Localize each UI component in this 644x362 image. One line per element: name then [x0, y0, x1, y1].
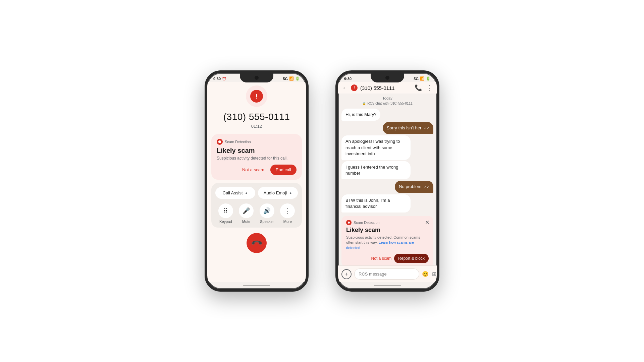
rcs-notice: 🔒 RCS chat with (310) 555-0111: [341, 102, 433, 105]
home-bar-2: [338, 282, 437, 289]
audio-emoji-button[interactable]: Audio Emoji ▲: [258, 187, 298, 199]
phone-hangup-icon: 📞: [250, 237, 263, 249]
network-type: 5G: [283, 77, 288, 81]
emoji-button[interactable]: 😊: [422, 271, 429, 277]
speaker-button[interactable]: 🔊 Speaker: [260, 203, 274, 224]
bubble-incoming-3: I guess I entered the wrong number: [341, 161, 411, 179]
more-dots-icon: ⋮: [280, 203, 295, 218]
overflow-menu-icon[interactable]: ⋮: [427, 84, 433, 92]
end-call-fab[interactable]: 📞: [247, 233, 267, 253]
bubble-incoming-2: Ah apologies! I was trying to reach a cl…: [341, 135, 411, 160]
signal-icon: 📶: [289, 76, 294, 81]
audio-emoji-label: Audio Emoji: [264, 190, 287, 195]
time-display: 9:30: [213, 77, 221, 81]
phone-messages: 9:30 5G 📶 🔋 ← ! (310) 555-0111 📞 ⋮ Today: [335, 70, 439, 292]
messages-list: Today 🔒 RCS chat with (310) 555-0111 Hi,…: [338, 94, 437, 265]
message-bubble-2: Sorry this isn't her ✓✓: [341, 122, 433, 134]
message-bubble-4: I guess I entered the wrong number: [341, 161, 433, 179]
add-attachment-button[interactable]: +: [341, 269, 352, 279]
message-bubble-5: No problem ✓✓: [341, 181, 433, 193]
scam-detection-inline-card: ✕ Scam Detection Likely scam Suspicious …: [341, 216, 433, 265]
back-button[interactable]: ←: [342, 84, 348, 92]
call-assist-button[interactable]: Call Assist ▲: [215, 187, 255, 199]
message-bubble-3: Ah apologies! I was trying to reach a cl…: [341, 135, 433, 160]
keypad-label: Keypad: [219, 220, 232, 224]
lock-icon: 🔒: [362, 102, 366, 105]
signal-icon-2: 📶: [420, 76, 425, 81]
speaker-label: Speaker: [260, 220, 274, 224]
bubble-outgoing-2: No problem ✓✓: [395, 181, 433, 193]
call-timer: 01:12: [251, 124, 262, 129]
speaker-icon: 🔊: [260, 203, 274, 218]
battery-icon: 🔋: [295, 76, 300, 81]
rcs-notice-text: RCS chat with (310) 555-0111: [367, 102, 413, 105]
camera-notch-2: [385, 76, 389, 80]
message-bubble-6: BTW this is John, I'm a financial adviso…: [341, 194, 433, 213]
scam-card-title: Likely scam: [217, 147, 297, 155]
chevron-up-icon-2: ▲: [289, 191, 292, 195]
bubble-incoming-4: BTW this is John, I'm a financial adviso…: [341, 194, 411, 213]
keypad-button[interactable]: ⠿ Keypad: [218, 203, 233, 224]
scam-warning-circle: !: [246, 85, 267, 107]
scam-card-label: Scam Detection: [225, 140, 251, 144]
home-bar: [207, 282, 306, 289]
scam-card-close-button[interactable]: ✕: [425, 219, 429, 226]
end-call-button[interactable]: End call: [270, 165, 297, 175]
scam-exclamation-icon: !: [250, 90, 263, 103]
scam-inline-label: Scam Detection: [354, 221, 380, 225]
sticker-button[interactable]: ⊞: [432, 271, 436, 277]
call-controls-panel: Call Assist ▲ Audio Emoji ▲ ⠿ Keypad 🎤: [211, 183, 302, 228]
camera-notch: [255, 76, 259, 80]
call-assist-label: Call Assist: [223, 190, 243, 195]
caller-number: (310) 555-0111: [223, 112, 290, 122]
scam-warning-icon: !: [351, 84, 358, 91]
date-separator: Today: [341, 96, 433, 100]
mute-icon: 🎤: [239, 203, 254, 218]
conversation-title: (310) 555-0111: [360, 85, 412, 91]
more-label: More: [283, 220, 292, 224]
scam-inline-dot-icon: [346, 220, 352, 225]
network-type-2: 5G: [414, 77, 419, 81]
time-display-2: 9:30: [344, 77, 352, 81]
mute-button[interactable]: 🎤 Mute: [239, 203, 254, 224]
scam-card-description: Suspicious activity detected for this ca…: [217, 156, 297, 161]
chevron-up-icon: ▲: [245, 191, 248, 195]
messages-app-bar: ← ! (310) 555-0111 📞 ⋮: [338, 82, 437, 94]
battery-icon-2: 🔋: [426, 76, 431, 81]
scam-dot-icon: [217, 139, 223, 145]
scam-detection-card: Scam Detection Likely scam Suspicious ac…: [211, 134, 302, 180]
message-bubble-1: Hi, is this Mary?: [341, 109, 433, 121]
keypad-icon: ⠿: [218, 203, 233, 218]
bubble-outgoing-1: Sorry this isn't her ✓✓: [383, 122, 433, 134]
more-button[interactable]: ⋮ More: [280, 203, 295, 224]
message-text-input[interactable]: [354, 268, 419, 280]
phone-call-icon[interactable]: 📞: [415, 84, 422, 92]
not-a-scam-button-inline[interactable]: Not a scam: [371, 256, 392, 261]
alarm-icon: ⏰: [222, 77, 226, 80]
scam-inline-title: Likely scam: [346, 227, 429, 234]
mute-label: Mute: [242, 220, 250, 224]
phone-call: 9:30 ⏰ 5G 📶 🔋 ! (310) 555-0111 01:12: [205, 70, 309, 292]
not-a-scam-button[interactable]: Not a scam: [239, 165, 267, 174]
message-input-bar: + 😊 ⊞ 🎤: [338, 265, 437, 282]
bubble-incoming-1: Hi, is this Mary?: [341, 109, 380, 121]
report-and-block-button[interactable]: Report & block: [394, 254, 429, 263]
scam-inline-description: Suspicious activity detected. Common sca…: [346, 235, 429, 250]
